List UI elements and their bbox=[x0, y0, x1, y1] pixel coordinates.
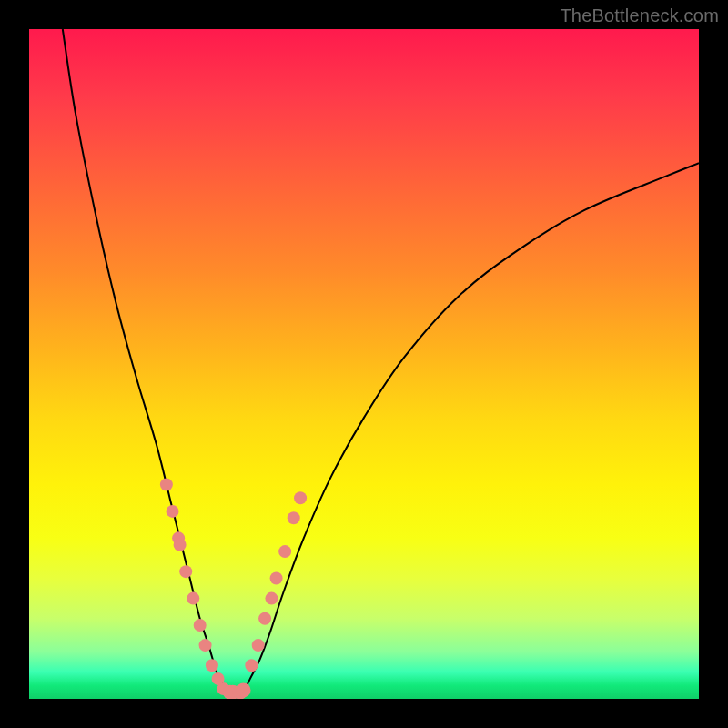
data-point bbox=[174, 539, 187, 551]
data-point bbox=[252, 639, 265, 652]
curve-left bbox=[63, 29, 230, 693]
data-point bbox=[265, 592, 278, 605]
data-point bbox=[270, 572, 283, 585]
watermark-text: TheBottleneck.com bbox=[560, 5, 719, 26]
curve-right bbox=[244, 163, 699, 692]
data-point bbox=[167, 505, 179, 518]
data-point bbox=[288, 511, 300, 524]
data-point bbox=[294, 491, 307, 504]
data-point bbox=[179, 565, 192, 578]
data-point bbox=[206, 659, 218, 672]
data-point bbox=[237, 682, 251, 697]
plot-area bbox=[29, 29, 699, 699]
data-point bbox=[194, 619, 207, 632]
data-point bbox=[199, 639, 212, 652]
data-point bbox=[160, 478, 173, 490]
data-point bbox=[258, 612, 271, 625]
data-point bbox=[187, 592, 199, 605]
curve-svg bbox=[29, 29, 699, 699]
data-point bbox=[245, 659, 258, 672]
data-point bbox=[278, 545, 291, 558]
